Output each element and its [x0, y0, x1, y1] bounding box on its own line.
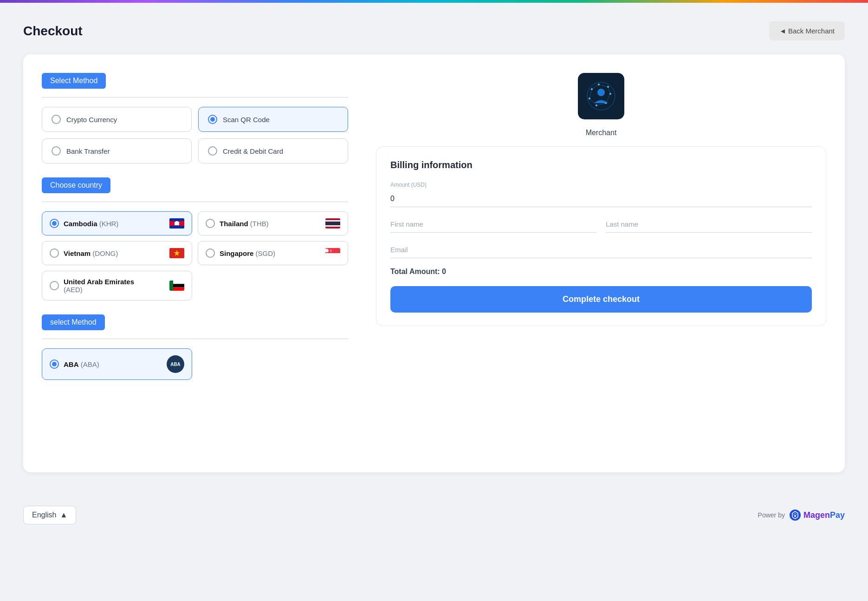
amount-label: Amount (USD) — [390, 182, 812, 188]
svg-rect-16 — [173, 281, 184, 284]
uae-name: United Arab Emirates — [64, 278, 134, 286]
radio-singapore — [206, 248, 215, 258]
cambodia-currency: (KHR) — [99, 220, 119, 228]
aba-currency: (ABA) — [81, 360, 99, 368]
method-card-label: Credit & Debit Card — [223, 147, 283, 155]
amount-input[interactable] — [390, 191, 812, 207]
country-cambodia-label: Cambodia (KHR) — [64, 220, 118, 228]
radio-cambodia — [50, 219, 59, 228]
svg-point-37 — [794, 515, 796, 517]
flag-uae — [169, 281, 184, 291]
country-singapore[interactable]: Singapore (SGD) — [198, 241, 348, 265]
method-crypto-label: Crypto Currency — [66, 116, 117, 124]
svg-rect-15 — [169, 281, 173, 291]
page-title: Checkout — [23, 24, 83, 39]
total-amount-display: Total Amount: 0 — [390, 268, 812, 276]
main-card: Select Method Crypto Currency Scan QR Co… — [23, 54, 845, 472]
radio-bank — [52, 146, 61, 156]
select-bank-method-label: select Method — [42, 314, 105, 330]
method-scan[interactable]: Scan QR Code — [198, 107, 348, 132]
first-name-input[interactable] — [390, 216, 596, 233]
country-vietnam[interactable]: Vietnam (DONG) — [42, 241, 192, 265]
thailand-currency: (THB) — [250, 220, 269, 228]
method-card[interactable]: Credit & Debit Card — [198, 138, 348, 163]
back-merchant-button[interactable]: ◄ Back Merchant — [769, 21, 845, 40]
magen-part: Magen — [803, 510, 830, 520]
vietnam-currency: (DONG) — [92, 249, 118, 257]
bank-aba[interactable]: ABA (ABA) ABA — [42, 348, 192, 380]
svg-rect-9 — [325, 253, 340, 258]
merchant-text-label: Merchant — [586, 129, 617, 137]
aba-logo: ABA — [167, 355, 184, 373]
radio-aba — [50, 359, 59, 369]
svg-point-13 — [330, 251, 330, 252]
footer: English ▲ Power by MagenPay — [0, 496, 868, 535]
cambodia-name: Cambodia — [64, 220, 97, 228]
choose-country-label: Choose country — [42, 177, 110, 193]
first-name-field-group — [390, 216, 596, 233]
method-bank-label: Bank Transfer — [66, 147, 110, 155]
country-thailand-label: Thailand (THB) — [220, 220, 269, 228]
flag-cambodia — [169, 218, 184, 229]
radio-crypto — [52, 115, 61, 124]
flag-vietnam — [169, 248, 184, 258]
magenpay-icon — [789, 509, 802, 522]
singapore-currency: (SGD) — [256, 249, 276, 257]
country-vietnam-label: Vietnam (DONG) — [64, 249, 118, 257]
section3-divider — [42, 339, 348, 339]
radio-scan — [208, 115, 217, 124]
language-selector[interactable]: English ▲ — [23, 506, 76, 524]
billing-title: Billing information — [390, 160, 812, 170]
svg-point-11 — [331, 250, 332, 251]
section2-divider — [42, 202, 348, 202]
email-input[interactable] — [390, 242, 812, 258]
total-label: Total Amount: — [390, 268, 440, 275]
aba-name: ABA — [64, 360, 79, 368]
svg-rect-18 — [173, 287, 184, 291]
magenpay-text: MagenPay — [803, 510, 845, 520]
last-name-input[interactable] — [606, 216, 812, 233]
radio-vietnam — [50, 248, 59, 258]
country-uae[interactable]: United Arab Emirates (AED) — [42, 271, 192, 300]
bank-aba-label: ABA (ABA) — [64, 360, 99, 368]
email-field-group — [390, 242, 812, 258]
last-name-field-group — [606, 216, 812, 233]
svg-rect-17 — [173, 284, 184, 287]
method-crypto[interactable]: Crypto Currency — [42, 107, 192, 132]
flag-singapore — [325, 248, 340, 258]
top-gradient-bar — [0, 0, 868, 3]
language-label: English — [32, 511, 56, 519]
merchant-logo — [578, 73, 624, 119]
radio-uae — [50, 281, 59, 290]
vietnam-name: Vietnam — [64, 249, 91, 257]
country-singapore-label: Singapore (SGD) — [220, 249, 275, 257]
thailand-name: Thailand — [220, 220, 248, 228]
name-row — [390, 216, 812, 233]
left-panel: Select Method Crypto Currency Scan QR Co… — [42, 73, 348, 454]
svg-point-12 — [330, 251, 331, 252]
chevron-up-icon: ▲ — [60, 511, 67, 519]
select-method-label: Select Method — [42, 73, 106, 89]
radio-thailand — [206, 219, 215, 228]
flag-thailand — [325, 218, 340, 229]
svg-point-35 — [597, 89, 605, 96]
country-uae-label: United Arab Emirates (AED) — [64, 278, 134, 294]
country-cambodia[interactable]: Cambodia (KHR) — [42, 211, 192, 235]
bank-grid: ABA (ABA) ABA — [42, 348, 348, 380]
uae-currency: (AED) — [64, 286, 83, 294]
total-value: 0 — [442, 268, 446, 275]
radio-card — [208, 146, 217, 156]
svg-rect-5 — [175, 222, 179, 222]
complete-checkout-button[interactable]: Complete checkout — [390, 286, 812, 313]
method-scan-label: Scan QR Code — [223, 116, 270, 124]
magenpay-logo: MagenPay — [789, 509, 845, 522]
country-thailand[interactable]: Thailand (THB) — [198, 211, 348, 235]
svg-point-14 — [330, 250, 331, 251]
country-grid: Cambodia (KHR) — [42, 211, 348, 300]
power-by-section: Power by MagenPay — [758, 509, 845, 522]
amount-field-group: Amount (USD) — [390, 182, 812, 207]
right-panel: Merchant Billing information Amount (USD… — [376, 73, 826, 454]
method-bank[interactable]: Bank Transfer — [42, 138, 192, 163]
method-grid: Crypto Currency Scan QR Code Bank Transf… — [42, 107, 348, 163]
billing-card: Billing information Amount (USD) — [376, 146, 826, 326]
